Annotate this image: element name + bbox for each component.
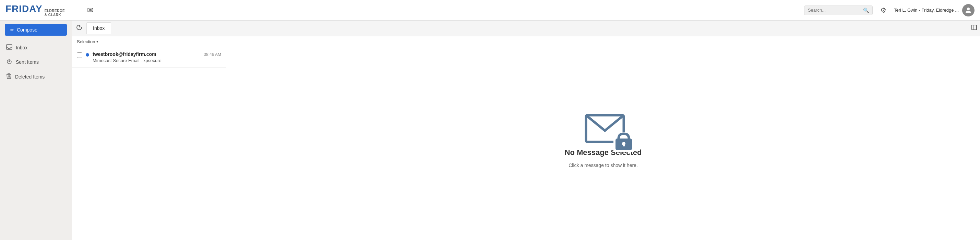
search-box[interactable]: 🔍 bbox=[804, 5, 873, 15]
tab-inbox-label: Inbox bbox=[93, 25, 105, 31]
unread-dot bbox=[86, 53, 89, 57]
tab-bar: Inbox bbox=[72, 21, 980, 37]
email-item[interactable]: twestbrook@fridayfirm.com Mimecast Secur… bbox=[72, 47, 226, 68]
no-message-pane: No Message Selected Click a message to s… bbox=[226, 37, 980, 240]
pencil-icon: ✏ bbox=[10, 27, 14, 33]
compose-label: Compose bbox=[17, 27, 37, 33]
logo-eldredge: ELDREDGE & CLARK bbox=[45, 9, 65, 17]
mail-header-icon[interactable]: ✉ bbox=[87, 6, 93, 15]
avatar[interactable] bbox=[962, 4, 975, 16]
user-info: Teri L. Gwin - Friday, Eldredge ... bbox=[894, 4, 975, 16]
inbox-icon bbox=[6, 44, 12, 51]
no-message-icon bbox=[582, 108, 624, 143]
sidebar-item-deleted[interactable]: Deleted Items bbox=[0, 69, 72, 84]
sent-icon bbox=[6, 59, 12, 65]
email-subject: Mimecast Secure Email - xpsecure bbox=[92, 58, 200, 63]
chevron-down-icon: ▾ bbox=[96, 40, 99, 44]
search-input[interactable] bbox=[808, 8, 861, 13]
trash-icon bbox=[6, 73, 12, 81]
refresh-button[interactable] bbox=[75, 23, 84, 33]
selection-label: Selection bbox=[77, 39, 95, 44]
gear-icon[interactable]: ⚙ bbox=[880, 6, 886, 14]
search-icon[interactable]: 🔍 bbox=[863, 8, 869, 13]
logo-area: FRIDAY ELDREDGE & CLARK bbox=[5, 3, 78, 17]
svg-point-0 bbox=[967, 8, 970, 10]
sidebar: ✏ Compose Inbox Sent Items bbox=[0, 21, 72, 240]
sidebar-item-sent-label: Sent Items bbox=[16, 59, 39, 65]
sidebar-item-inbox-label: Inbox bbox=[16, 45, 27, 51]
selection-bar[interactable]: Selection ▾ bbox=[72, 37, 226, 47]
email-from: twestbrook@fridayfirm.com bbox=[92, 51, 200, 57]
expand-button[interactable] bbox=[971, 24, 977, 32]
svg-rect-3 bbox=[972, 25, 977, 30]
main-layout: ✏ Compose Inbox Sent Items bbox=[0, 21, 980, 240]
sidebar-item-deleted-label: Deleted Items bbox=[15, 74, 45, 79]
sidebar-item-sent[interactable]: Sent Items bbox=[0, 55, 72, 69]
content-area: Inbox Selection ▾ bbox=[72, 21, 980, 240]
sidebar-item-inbox[interactable]: Inbox bbox=[0, 40, 72, 55]
logo-friday: FRIDAY bbox=[5, 3, 43, 14]
compose-button[interactable]: ✏ Compose bbox=[5, 24, 67, 36]
email-content: twestbrook@fridayfirm.com Mimecast Secur… bbox=[92, 51, 200, 63]
no-message-subtitle: Click a message to show it here. bbox=[568, 162, 638, 168]
svg-rect-8 bbox=[623, 144, 625, 146]
email-list: Selection ▾ twestbrook@fridayfirm.com Mi… bbox=[72, 37, 226, 240]
logo: FRIDAY ELDREDGE & CLARK bbox=[5, 3, 65, 17]
email-checkbox[interactable] bbox=[77, 52, 82, 58]
email-list-area: Selection ▾ twestbrook@fridayfirm.com Mi… bbox=[72, 37, 980, 240]
email-time: 08:46 AM bbox=[204, 52, 221, 57]
tab-inbox[interactable]: Inbox bbox=[86, 22, 111, 34]
user-display-name: Teri L. Gwin - Friday, Eldredge ... bbox=[894, 8, 959, 13]
app-header: FRIDAY ELDREDGE & CLARK ✉ 🔍 ⚙ Teri L. Gw… bbox=[0, 0, 980, 21]
